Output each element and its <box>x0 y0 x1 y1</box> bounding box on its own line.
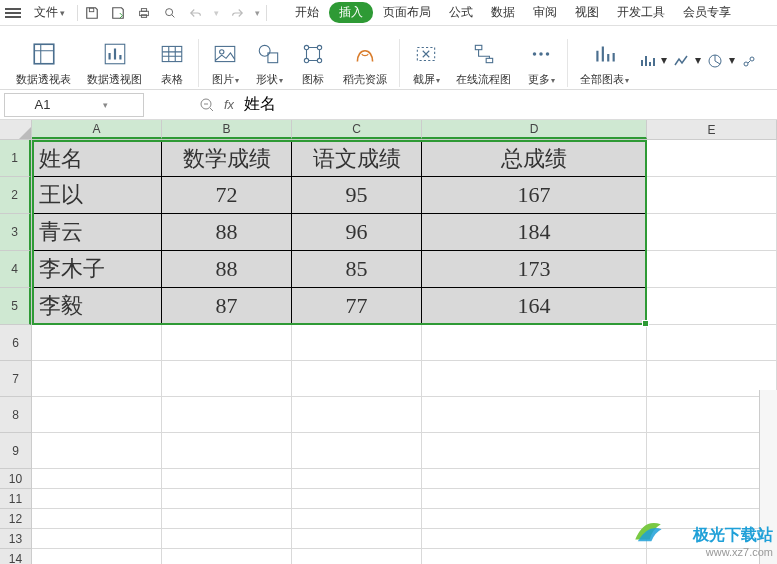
row-header[interactable]: 3 <box>0 214 31 251</box>
app-menu-icon[interactable] <box>4 4 22 22</box>
column-header[interactable]: E <box>647 120 777 139</box>
picture-button[interactable]: 图片▾ <box>205 31 245 87</box>
undo-dropdown-icon[interactable]: ▾ <box>214 8 219 18</box>
data-cell[interactable]: 96 <box>292 214 422 251</box>
header-cell[interactable]: 数学成绩 <box>162 140 292 177</box>
cell[interactable] <box>292 325 422 361</box>
icon-gallery-button[interactable]: 图标 <box>293 31 333 87</box>
flowchart-button[interactable]: 在线流程图 <box>450 31 517 87</box>
cell[interactable] <box>292 361 422 397</box>
row-header[interactable]: 13 <box>0 529 31 549</box>
undo-icon[interactable] <box>188 5 204 21</box>
save-as-icon[interactable] <box>110 5 126 21</box>
screenshot-button[interactable]: 截屏▾ <box>406 31 446 87</box>
cell[interactable] <box>32 489 162 509</box>
cell[interactable] <box>32 433 162 469</box>
column-header[interactable]: B <box>162 120 292 139</box>
cell[interactable] <box>422 325 647 361</box>
cell[interactable] <box>647 251 777 288</box>
tab-insert[interactable]: 插入 <box>329 2 373 23</box>
more-button[interactable]: 更多▾ <box>521 31 561 87</box>
row-header[interactable]: 1 <box>0 140 31 177</box>
zoom-out-icon[interactable] <box>198 96 216 114</box>
tab-data[interactable]: 数据 <box>483 2 523 23</box>
tab-review[interactable]: 审阅 <box>525 2 565 23</box>
cell[interactable] <box>647 361 777 397</box>
cell[interactable] <box>422 549 647 564</box>
row-header[interactable]: 2 <box>0 177 31 214</box>
cell[interactable] <box>647 469 777 489</box>
line-chart-icon[interactable] <box>673 53 689 69</box>
print-icon[interactable] <box>136 5 152 21</box>
row-header[interactable]: 14 <box>0 549 31 564</box>
file-menu[interactable]: 文件 ▾ <box>28 2 71 23</box>
cell[interactable] <box>292 509 422 529</box>
cell[interactable] <box>647 433 777 469</box>
pie-chart-icon[interactable] <box>707 53 723 69</box>
cell-grid[interactable]: 姓名数学成绩语文成绩总成绩王以7295167青云8896184李木子888517… <box>32 140 777 564</box>
column-header[interactable]: C <box>292 120 422 139</box>
all-charts-button[interactable]: 全部图表▾ <box>574 31 635 87</box>
cell[interactable] <box>32 469 162 489</box>
cell[interactable] <box>162 529 292 549</box>
row-header[interactable]: 7 <box>0 361 31 397</box>
data-cell[interactable]: 95 <box>292 177 422 214</box>
data-cell[interactable]: 88 <box>162 214 292 251</box>
row-header[interactable]: 9 <box>0 433 31 469</box>
cell[interactable] <box>32 397 162 433</box>
cell[interactable] <box>162 509 292 529</box>
shapes-button[interactable]: 形状▾ <box>249 31 289 87</box>
column-header[interactable]: D <box>422 120 647 139</box>
bar-chart-icon[interactable] <box>639 53 655 69</box>
data-cell[interactable]: 167 <box>422 177 647 214</box>
cell[interactable] <box>422 469 647 489</box>
cell[interactable] <box>32 529 162 549</box>
cell[interactable] <box>647 288 777 325</box>
cell[interactable] <box>162 433 292 469</box>
row-header[interactable]: 5 <box>0 288 31 325</box>
data-cell[interactable]: 72 <box>162 177 292 214</box>
header-cell[interactable]: 语文成绩 <box>292 140 422 177</box>
cell[interactable] <box>647 397 777 433</box>
formula-input[interactable] <box>234 93 777 117</box>
data-cell[interactable]: 李木子 <box>32 251 162 288</box>
tab-page-layout[interactable]: 页面布局 <box>375 2 439 23</box>
fx-icon[interactable]: fx <box>224 97 234 112</box>
cell[interactable] <box>292 529 422 549</box>
cell[interactable] <box>647 325 777 361</box>
data-cell[interactable]: 87 <box>162 288 292 325</box>
cell[interactable] <box>647 214 777 251</box>
cell[interactable] <box>162 549 292 564</box>
cell[interactable] <box>647 140 777 177</box>
tab-developer[interactable]: 开发工具 <box>609 2 673 23</box>
pivot-chart-button[interactable]: 数据透视图 <box>81 31 148 87</box>
tab-formula[interactable]: 公式 <box>441 2 481 23</box>
tab-member[interactable]: 会员专享 <box>675 2 739 23</box>
cell[interactable] <box>32 325 162 361</box>
print-preview-icon[interactable] <box>162 5 178 21</box>
cell[interactable] <box>162 397 292 433</box>
cell[interactable] <box>647 177 777 214</box>
data-cell[interactable]: 77 <box>292 288 422 325</box>
table-button[interactable]: 表格 <box>152 31 192 87</box>
row-header[interactable]: 10 <box>0 469 31 489</box>
data-cell[interactable]: 164 <box>422 288 647 325</box>
cell[interactable] <box>292 397 422 433</box>
cell[interactable] <box>422 489 647 509</box>
cell[interactable] <box>32 549 162 564</box>
data-cell[interactable]: 88 <box>162 251 292 288</box>
cell[interactable] <box>32 509 162 529</box>
cell[interactable] <box>422 529 647 549</box>
data-cell[interactable]: 李毅 <box>32 288 162 325</box>
tab-view[interactable]: 视图 <box>567 2 607 23</box>
data-cell[interactable]: 173 <box>422 251 647 288</box>
header-cell[interactable]: 姓名 <box>32 140 162 177</box>
row-header[interactable]: 8 <box>0 397 31 433</box>
header-cell[interactable]: 总成绩 <box>422 140 647 177</box>
cell[interactable] <box>422 433 647 469</box>
row-header[interactable]: 12 <box>0 509 31 529</box>
cell[interactable] <box>422 509 647 529</box>
qat-customize-icon[interactable]: ▾ <box>255 8 260 18</box>
cell[interactable] <box>32 361 162 397</box>
column-header[interactable]: A <box>32 120 162 139</box>
